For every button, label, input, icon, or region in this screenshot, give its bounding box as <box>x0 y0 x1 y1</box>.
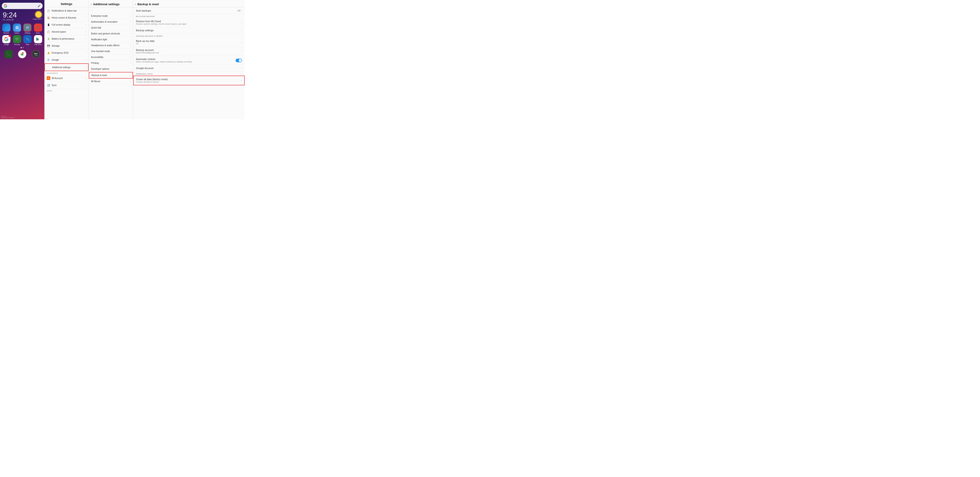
chevron-icon: › <box>130 15 131 17</box>
app-icon-music: 🎵 <box>34 24 42 32</box>
settings-item-sync[interactable]: 🔄 Sync › <box>45 82 89 89</box>
notifications-icon: 📋 <box>47 9 50 13</box>
chevron-icon: › <box>86 38 86 40</box>
additional-item-backup[interactable]: Backup & reset › <box>89 72 133 79</box>
backup-back-button[interactable]: ‹ <box>135 2 136 6</box>
app-icon-gallery: 🖼 <box>13 24 21 32</box>
backupaccount-subtitle: bash7ahmed@gmail.com <box>136 52 241 54</box>
additional-item-notiflight[interactable]: Notification light › <box>89 36 133 43</box>
settings-item-additional[interactable]: ··· Additional settings › <box>45 63 89 71</box>
additional-item-headphones[interactable]: Headphones & audio effects › <box>89 43 133 48</box>
additional-label-quickball: Quick ball <box>91 27 129 29</box>
settings-label-secondspace: Second space <box>52 30 84 33</box>
chevron-icon: › <box>241 50 242 52</box>
settings-title: Settings <box>45 0 89 7</box>
settings-item-storage[interactable]: 💾 Storage › <box>45 42 89 49</box>
settings-item-miaccount[interactable]: Mi Mi Account › <box>45 75 89 82</box>
app-label-gallery: Gallery <box>14 32 19 34</box>
google-icon: G <box>47 58 50 62</box>
settings-item-homescreen[interactable]: 🏠 Home screen & Recents › <box>45 14 89 21</box>
additional-item-quickball[interactable]: Quick ball › <box>89 25 133 31</box>
dock-chrome[interactable] <box>18 50 26 58</box>
page-indicators <box>2 47 43 48</box>
app-item-settings[interactable]: ⚙️ Settings <box>23 24 32 34</box>
app-item-security[interactable]: 🛡 Security <box>13 35 22 45</box>
chevron-icon: › <box>130 27 131 29</box>
additional-label-gestures: Button and gesture shortcuts <box>91 32 129 35</box>
app-item-music[interactable]: 🎵 Music <box>33 24 43 34</box>
settings-item-secondspace[interactable]: 📋 Second space › <box>45 28 89 35</box>
search-bar[interactable]: 🎤 <box>2 3 43 9</box>
dock-camera[interactable]: 📷 <box>32 50 40 58</box>
settings-item-notifications[interactable]: 📋 Notifications & status bar › <box>45 7 89 14</box>
backup-item-restore-micloud[interactable]: Restore from Mi Cloud Restore system set… <box>133 18 245 27</box>
dock-phone[interactable]: 📞 <box>5 50 13 58</box>
app-item-google[interactable]: 1 Google <box>2 35 11 45</box>
watermark: AAPULSFROM THE EXPERTS <box>1 116 15 119</box>
additional-item-developer[interactable]: Developer options › <box>89 66 133 72</box>
backup-item-autorestore[interactable]: Automatic restore When reinstalling an a… <box>133 56 245 65</box>
additional-label-authorization: Authorization & revocation <box>91 21 129 23</box>
additional-item-onehanded[interactable]: One-handed mode › <box>89 48 133 54</box>
chevron-icon: › <box>86 24 86 26</box>
settings-label-sos: Emergency SOS <box>52 52 84 54</box>
additional-header: ‹ Additional settings <box>89 0 133 8</box>
chevron-icon: › <box>86 59 86 61</box>
app-item-playstore[interactable]: Play Store <box>33 35 43 45</box>
additional-title: Additional settings <box>93 3 131 6</box>
autorestore-toggle[interactable] <box>235 59 242 62</box>
backup-item-autobackups[interactable]: Auto backups Off › <box>133 8 245 14</box>
settings-item-fullscreen[interactable]: 📱 Full screen display › <box>45 21 89 28</box>
settings-label-miaccount: Mi Account <box>52 77 84 79</box>
app-item-tools[interactable]: 🔧 Tools <box>23 35 32 45</box>
backup-item-googleaccount[interactable]: Google Account › <box>133 65 245 71</box>
weather-description: Clear 33°C <box>33 18 42 20</box>
storage-icon: 💾 <box>47 44 50 48</box>
additional-item-accessibility[interactable]: Accessibility › <box>89 54 133 60</box>
app-icon-security: 🛡 <box>13 35 21 43</box>
google-backup-section-header: GOOGLE BACKUP & RESET <box>133 34 245 38</box>
backup-list: Auto backups Off › MI CLOUD BACKUP Resto… <box>133 8 245 119</box>
settings-item-battery[interactable]: 🔋 Battery & performance › <box>45 35 89 42</box>
backup-item-backupmydata[interactable]: Back up my data On › <box>133 38 245 47</box>
additional-list: ↑ Enterprise mode › Authorization & revo… <box>89 8 133 119</box>
home-screen: 🎤 9:24 Fri, June 28 Clear 33°C 🌐 Browser… <box>0 0 45 119</box>
app-icon-google: 1 <box>2 35 10 43</box>
additional-item-enterprise[interactable]: Enterprise mode › <box>89 13 133 19</box>
additional-label-headphones: Headphones & audio effects <box>91 44 129 47</box>
backup-item-factoryreset[interactable]: Erase all data (factory reset) Erases al… <box>133 76 245 86</box>
miaccount-icon: Mi <box>47 76 50 80</box>
chevron-icon: › <box>86 84 86 86</box>
restore-micloud-subtitle: Restore system settings, Home screen lay… <box>136 23 241 25</box>
chevron-icon: › <box>241 67 242 69</box>
app-item-browser[interactable]: 🌐 Browser <box>2 24 11 34</box>
additional-label-enterprise: Enterprise mode <box>91 15 129 17</box>
chevron-icon: › <box>86 52 86 54</box>
backup-title: Backup & reset <box>137 3 242 6</box>
chevron-icon: › <box>130 33 131 35</box>
additional-item-partial[interactable]: ↑ <box>89 8 133 13</box>
back-button[interactable]: ‹ <box>91 2 92 6</box>
battery-icon: 🔋 <box>47 37 50 41</box>
additional-label-accessibility: Accessibility <box>91 56 129 59</box>
additional-item-mimover[interactable]: Mi Mover › <box>89 79 133 84</box>
additional-item-authorization[interactable]: Authorization & revocation › <box>89 19 133 25</box>
additional-icon: ··· <box>47 65 51 69</box>
additional-item-printing[interactable]: Printing › <box>89 60 133 66</box>
settings-item-google[interactable]: G Google › <box>45 56 89 63</box>
settings-label-storage: Storage <box>52 44 84 47</box>
additional-label-printing: Printing <box>91 62 129 64</box>
app-label-browser: Browser <box>3 32 9 34</box>
settings-item-sos[interactable]: ⚠️ Emergency SOS › <box>45 49 89 56</box>
chevron-icon: › <box>130 56 131 59</box>
additional-item-gestures[interactable]: Button and gesture shortcuts › <box>89 31 133 36</box>
app-item-gallery[interactable]: 🖼 Gallery <box>13 24 22 34</box>
backup-item-backupaccount[interactable]: Backup account bash7ahmed@gmail.com › <box>133 47 245 56</box>
personaldata-section-header: PERSONAL DATA <box>133 71 245 76</box>
additional-label-developer: Developer options <box>91 68 129 70</box>
apps-section-header: APPS <box>45 89 89 92</box>
backup-item-backupsettings[interactable]: Backup settings › <box>133 27 245 34</box>
chevron-icon: › <box>130 80 131 82</box>
additional-label-partial: ↑ <box>91 9 131 11</box>
chevron-icon: › <box>130 50 131 52</box>
